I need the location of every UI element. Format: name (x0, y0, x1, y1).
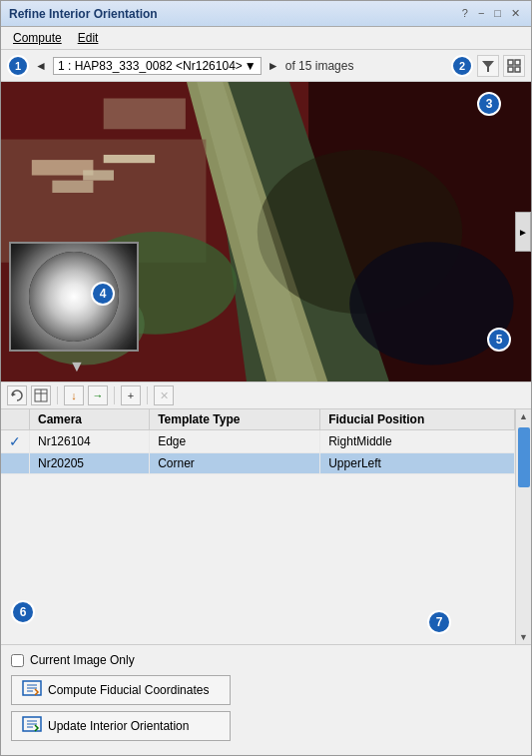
table-view-btn[interactable] (31, 385, 51, 405)
row-template-1: Edge (150, 430, 320, 453)
image-count-label: of 15 images (285, 59, 354, 73)
svg-marker-21 (12, 392, 16, 396)
annotation-7: 7 (427, 610, 451, 634)
table-row[interactable]: ✓ Nr126104 Edge RightMiddle (1, 430, 515, 453)
scroll-down-btn[interactable]: ▼ (517, 630, 531, 644)
image-label: 1 : HAP83_333_0082 <Nr126104> (58, 59, 243, 73)
svg-marker-0 (482, 61, 494, 72)
table-icon (34, 388, 48, 402)
filter-btn[interactable] (477, 55, 499, 77)
image-toolbar: 1 ◄ 1 : HAP83_333_0082 <Nr126104> ▼ ► of… (1, 50, 531, 82)
row-camera-2: Nr20205 (30, 453, 150, 474)
col-fiducial: Fiducial Position (320, 409, 515, 430)
fiducial-table: Camera Template Type Fiducial Position ✓… (1, 409, 515, 474)
col-check (1, 409, 30, 430)
svg-rect-19 (104, 98, 186, 129)
table-row[interactable]: Nr20205 Corner UpperLeft (1, 453, 515, 474)
svg-rect-13 (83, 170, 114, 180)
menu-bar: Compute Edit (1, 27, 531, 50)
move-right-btn[interactable]: → (88, 385, 108, 405)
current-image-checkbox[interactable] (11, 654, 24, 667)
window-controls: ? − □ ✕ (459, 7, 523, 20)
thumbnail-panel (9, 242, 139, 352)
menu-edit[interactable]: Edit (70, 29, 107, 47)
update-icon (22, 716, 42, 736)
prev-image-btn[interactable]: ◄ (33, 58, 49, 74)
annotation-5: 5 (487, 328, 511, 352)
compute-fiducial-btn[interactable]: Compute Fiducial Coordinates (11, 675, 231, 705)
row-check-1: ✓ (1, 430, 30, 453)
annotation-6: 6 (11, 600, 35, 624)
table-scroll[interactable]: Camera Template Type Fiducial Position ✓… (1, 409, 515, 644)
help-btn[interactable]: ? (459, 7, 471, 20)
svg-rect-14 (104, 155, 155, 163)
toolbar-separator (57, 386, 58, 404)
compute-icon (22, 680, 42, 700)
scroll-right-btn[interactable]: ► (515, 212, 531, 252)
toolbar-separator-3 (147, 386, 148, 404)
row-camera-1: Nr126104 (30, 430, 150, 453)
close-btn[interactable]: ✕ (508, 7, 523, 20)
grid-icon (507, 59, 521, 73)
svg-rect-4 (515, 67, 520, 72)
toolbar-right-buttons (477, 55, 525, 77)
update-orientation-label: Update Interior Orientation (48, 719, 189, 733)
svg-rect-1 (508, 60, 513, 65)
scroll-thumb[interactable] (518, 427, 530, 487)
image-viewer[interactable]: ▼ 3 4 ► 5 (1, 82, 531, 381)
svg-rect-3 (508, 67, 513, 72)
row-fiducial-2: UpperLeft (320, 453, 515, 474)
maximize-btn[interactable]: □ (491, 7, 504, 20)
image-selector-dropdown[interactable]: 1 : HAP83_333_0082 <Nr126104> ▼ (53, 57, 262, 75)
toolbar-separator-2 (114, 386, 115, 404)
move-down-btn[interactable]: ↓ (64, 385, 84, 405)
row-template-2: Corner (150, 453, 320, 474)
table-scrollbar[interactable]: ▲ ▼ (515, 409, 531, 644)
update-orientation-btn[interactable]: Update Interior Orientation (11, 711, 231, 741)
add-btn[interactable]: + (121, 385, 141, 405)
svg-rect-12 (52, 181, 93, 193)
col-template: Template Type (150, 409, 320, 430)
menu-compute[interactable]: Compute (5, 29, 70, 47)
footer: Current Image Only Compute Fiducial Coor… (1, 644, 531, 755)
refresh-icon (10, 388, 24, 402)
annotation-1: 1 (7, 55, 29, 77)
filter-icon (481, 59, 495, 73)
fiducial-table-area: Camera Template Type Fiducial Position ✓… (1, 409, 531, 644)
minimize-btn[interactable]: − (475, 7, 487, 20)
annotation-2: 2 (451, 55, 473, 77)
update-orientation-icon (22, 716, 42, 732)
main-window: Refine Interior Orientation ? − □ ✕ Comp… (0, 0, 532, 756)
scroll-up-btn[interactable]: ▲ (517, 409, 531, 423)
grid-view-btn[interactable] (503, 55, 525, 77)
delete-btn[interactable]: ✕ (154, 385, 174, 405)
svg-rect-2 (515, 60, 520, 65)
compute-fiducial-label: Compute Fiducial Coordinates (48, 683, 209, 697)
annotation-4: 4 (91, 282, 115, 306)
thumbnail-nav-btn[interactable]: ▼ (69, 358, 85, 376)
window-title: Refine Interior Orientation (9, 7, 158, 21)
compute-fiducial-icon (22, 680, 42, 696)
row-check-2 (1, 453, 30, 474)
dropdown-arrow-icon: ▼ (245, 59, 257, 73)
col-camera: Camera (30, 409, 150, 430)
row-fiducial-1: RightMiddle (320, 430, 515, 453)
annotation-3: 3 (477, 92, 501, 116)
refresh-btn[interactable] (7, 385, 27, 405)
table-toolbar: ↓ → + ✕ (1, 381, 531, 409)
title-bar: Refine Interior Orientation ? − □ ✕ (1, 1, 531, 27)
current-image-label[interactable]: Current Image Only (30, 653, 135, 667)
next-image-btn[interactable]: ► (266, 58, 281, 74)
current-image-checkbox-row: Current Image Only (11, 653, 521, 667)
